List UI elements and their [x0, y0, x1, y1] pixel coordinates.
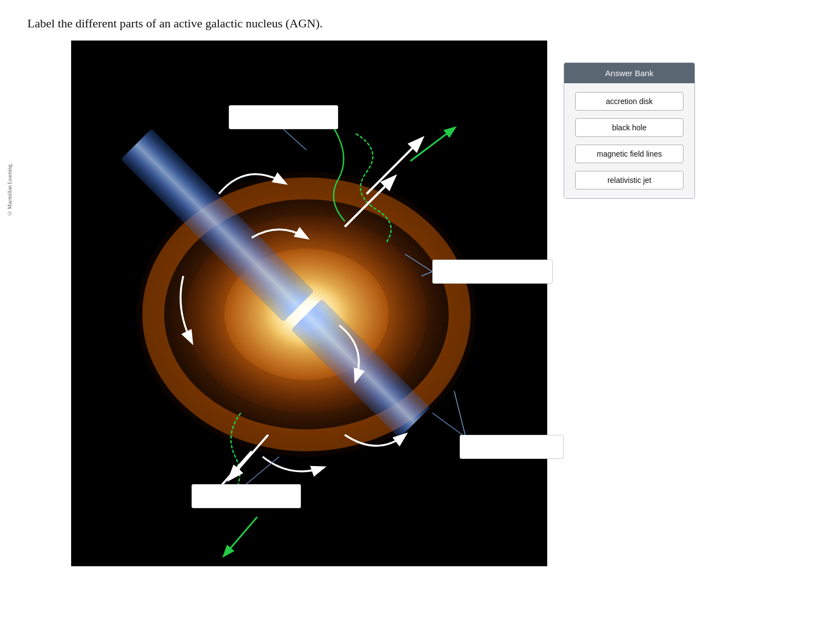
label-box-bottom-right[interactable] — [460, 435, 564, 459]
answer-item-relativistic-jet[interactable]: relativistic jet — [575, 171, 683, 189]
question-text: Label the different parts of an active g… — [27, 16, 840, 31]
answer-bank-header: Answer Bank — [564, 63, 694, 83]
answer-item-magnetic-field-lines[interactable]: magnetic field lines — [575, 145, 683, 163]
answer-item-black-hole[interactable]: black hole — [575, 118, 683, 137]
main-content: Answer Bank accretion disk black hole ma… — [71, 41, 840, 566]
label-box-right-mid[interactable] — [432, 260, 553, 284]
label-box-top[interactable] — [229, 105, 338, 129]
answer-item-accretion-disk[interactable]: accretion disk — [575, 92, 683, 111]
answer-bank: Answer Bank accretion disk black hole ma… — [564, 62, 695, 199]
diagram-container — [71, 41, 547, 566]
page-container: © Macmillan Learning Label the different… — [0, 0, 840, 577]
answer-bank-body: accretion disk black hole magnetic field… — [564, 83, 694, 198]
label-box-bottom-mid[interactable] — [192, 484, 301, 508]
copyright-label: © Macmillan Learning — [7, 164, 13, 216]
